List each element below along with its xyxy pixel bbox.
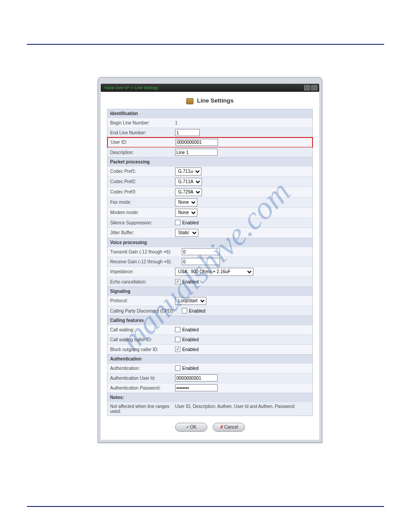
begin-line-value: 1: [175, 120, 310, 125]
modem-select[interactable]: None: [175, 209, 197, 217]
section-calling: Calling features: [107, 316, 313, 325]
row-impedance: Impedance: USA : 900 Ohms + 2.16uF: [107, 266, 313, 277]
row-codec3: Codec Pref3: G.729A: [107, 187, 313, 197]
rx-gain-label: Receive Gain (-12 through +6):: [110, 259, 182, 264]
description-input[interactable]: [175, 149, 218, 156]
auth-label: Authentication:: [110, 366, 175, 371]
row-call-waiting: Call waiting: Enabled: [107, 325, 313, 335]
auth-pw-input[interactable]: [175, 384, 218, 391]
user-id-input[interactable]: [176, 139, 218, 146]
row-end-line: End Line Number:: [107, 128, 313, 137]
row-protocol: Protocol: LoopStart: [107, 296, 313, 306]
protocol-select[interactable]: LoopStart: [175, 297, 206, 305]
codec2-select[interactable]: G.711A: [175, 178, 202, 186]
window-grip: ::::: [101, 80, 319, 84]
call-waiting-label: Call waiting:: [110, 327, 175, 332]
window-content: Line Settings Identification Begin Line …: [101, 92, 319, 440]
cw-caller-id-checkbox[interactable]: [175, 337, 180, 342]
titlebar-icons: [304, 85, 317, 90]
check-icon: ✓: [186, 425, 189, 429]
begin-line-label: Begin Line Number:: [110, 120, 175, 125]
block-out-label: Block outgoing caller ID:: [110, 347, 175, 352]
impedance-select[interactable]: USA : 900 Ohms + 2.16uF: [175, 268, 253, 276]
row-silence: Silence Suppression: Enabled: [107, 218, 313, 227]
notes-value: User ID, Description, Authen. User Id an…: [175, 404, 310, 414]
title-bar: Voice Over IP -> Line Settings: [101, 84, 319, 92]
phone-icon: [186, 98, 193, 104]
end-line-input[interactable]: [175, 129, 200, 136]
row-jitter: Jitter Buffer: Static: [107, 227, 313, 238]
fax-select[interactable]: None: [175, 198, 197, 206]
section-voice: Voice processing: [107, 238, 313, 247]
row-notes: Not affected when line ranges used: User…: [107, 402, 313, 416]
row-modem: Modem mode: None: [107, 207, 313, 218]
section-signaling: Signaling: [107, 287, 313, 296]
cancel-button[interactable]: ✗Cancel: [213, 423, 245, 432]
protocol-label: Protocol:: [110, 298, 175, 303]
row-auth: Authentication: Enabled: [107, 363, 313, 373]
auth-enabled-text: Enabled: [182, 366, 199, 371]
echo-label: Echo cancellation:: [110, 279, 175, 284]
row-fax: Fax mode: None: [107, 197, 313, 207]
tx-gain-label: Transmit Gain (-12 though +6):: [110, 249, 182, 254]
row-cpd: Calling Party Disconnect (CPD): Enabled: [107, 306, 313, 316]
page-title: Line Settings: [101, 97, 319, 104]
row-codec1: Codec Pref1: G.711u: [107, 166, 313, 176]
impedance-label: Impedance:: [110, 269, 175, 274]
row-auth-pw: Authentication Password:: [107, 383, 313, 393]
cw-caller-id-enabled-text: Enabled: [182, 337, 199, 342]
description-label: Description:: [110, 150, 175, 155]
button-bar: ✓OK ✗Cancel: [101, 416, 319, 432]
modem-label: Modem mode:: [110, 210, 175, 215]
jitter-label: Jitter Buffer:: [110, 230, 175, 235]
ok-button[interactable]: ✓OK: [175, 423, 207, 432]
codec1-select[interactable]: G.711u: [175, 167, 201, 176]
section-notes: Notes:: [107, 393, 313, 402]
row-tx-gain: Transmit Gain (-12 though +6):: [107, 247, 313, 257]
call-waiting-checkbox[interactable]: [175, 327, 180, 332]
fax-label: Fax mode:: [110, 200, 175, 205]
echo-checkbox[interactable]: [175, 279, 180, 284]
echo-enabled-text: Enabled: [182, 279, 199, 284]
row-auth-user: Authentication User Id:: [107, 373, 313, 383]
silence-checkbox[interactable]: [175, 220, 180, 225]
page-rule-bottom: [27, 506, 384, 507]
section-packet: Packet processing: [107, 157, 313, 166]
section-identification: Identification: [107, 109, 313, 118]
section-auth: Authentication: [107, 354, 313, 363]
rx-gain-input[interactable]: [182, 258, 220, 265]
end-line-label: End Line Number:: [110, 130, 175, 135]
row-description: Description:: [107, 147, 313, 157]
row-begin-line: Begin Line Number: 1: [107, 118, 313, 128]
auth-user-label: Authentication User Id:: [110, 376, 175, 381]
codec3-label: Codec Pref3:: [110, 189, 175, 194]
block-out-checkbox[interactable]: [175, 347, 180, 352]
row-codec2: Codec Pref2: G.711A: [107, 176, 313, 187]
titlebar-icon-1[interactable]: [304, 85, 310, 90]
row-user-id: User ID:: [107, 137, 313, 148]
codec3-select[interactable]: G.729A: [175, 188, 202, 196]
jitter-select[interactable]: Static: [175, 229, 198, 237]
row-block-out: Block outgoing caller ID: Enabled: [107, 344, 313, 354]
titlebar-icon-2[interactable]: [311, 85, 317, 90]
cross-icon: ✗: [220, 425, 223, 429]
user-id-label: User ID:: [111, 140, 176, 145]
auth-checkbox[interactable]: [175, 365, 180, 371]
tx-gain-input[interactable]: [182, 248, 220, 255]
auth-user-input[interactable]: [175, 374, 218, 382]
codec1-label: Codec Pref1:: [110, 169, 175, 174]
call-waiting-enabled-text: Enabled: [182, 327, 199, 332]
auth-pw-label: Authentication Password:: [110, 386, 175, 390]
silence-enabled-text: Enabled: [182, 220, 199, 225]
cw-caller-id-label: Call waiting caller ID:: [110, 337, 175, 342]
cpd-checkbox[interactable]: [182, 308, 187, 313]
page-title-text: Line Settings: [197, 97, 234, 104]
breadcrumb: Voice Over IP -> Line Settings: [103, 86, 158, 90]
cpd-label: Calling Party Disconnect (CPD):: [110, 309, 182, 313]
row-echo: Echo cancellation: Enabled: [107, 277, 313, 287]
notes-label: Not affected when line ranges used:: [110, 404, 175, 414]
page-rule-top: [27, 44, 384, 45]
settings-window: :::: Voice Over IP -> Line Settings Line…: [98, 77, 322, 443]
codec2-label: Codec Pref2:: [110, 179, 175, 184]
cpd-enabled-text: Enabled: [189, 309, 206, 313]
